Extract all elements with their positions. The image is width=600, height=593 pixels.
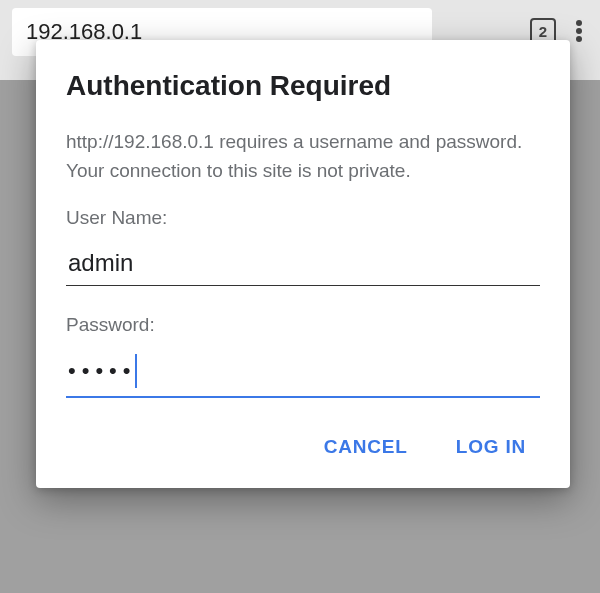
username-field-group: User Name: bbox=[66, 207, 540, 286]
dialog-message: http://192.168.0.1 requires a username a… bbox=[66, 128, 540, 185]
cancel-button[interactable]: CANCEL bbox=[320, 428, 412, 466]
password-label: Password: bbox=[66, 314, 540, 336]
text-caret bbox=[135, 354, 137, 388]
dialog-actions: CANCEL LOG IN bbox=[66, 428, 540, 466]
password-mask: ••••• bbox=[68, 360, 137, 382]
password-input[interactable]: ••••• bbox=[66, 350, 540, 398]
menu-icon[interactable] bbox=[576, 18, 582, 44]
password-field-group: Password: ••••• bbox=[66, 314, 540, 398]
username-input[interactable] bbox=[66, 243, 540, 286]
login-button[interactable]: LOG IN bbox=[452, 428, 530, 466]
browser-actions: 2 bbox=[530, 8, 588, 44]
tab-count: 2 bbox=[539, 23, 547, 40]
auth-dialog: Authentication Required http://192.168.0… bbox=[36, 40, 570, 488]
username-label: User Name: bbox=[66, 207, 540, 229]
dialog-title: Authentication Required bbox=[66, 70, 540, 102]
